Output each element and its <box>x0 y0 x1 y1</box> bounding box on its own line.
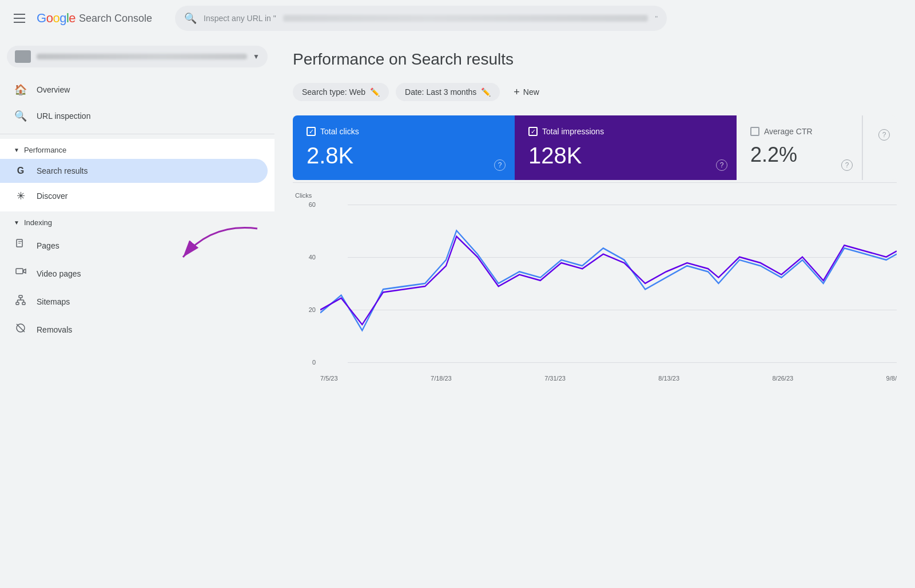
x-label-1: 7/18/23 <box>431 375 452 382</box>
sidebar-item-removals[interactable]: Removals <box>0 315 268 343</box>
clicks-line <box>320 230 897 330</box>
property-name-blur <box>37 54 247 59</box>
sidebar-item-label: URL inspection <box>37 111 90 121</box>
chart-container: 60 40 20 0 <box>293 201 897 384</box>
main-layout: ▼ 🏠 Overview 🔍 URL inspection ▼ Performa… <box>0 37 915 588</box>
svg-rect-3 <box>16 269 23 274</box>
sidebar-item-sitemaps[interactable]: Sitemaps <box>0 287 268 315</box>
metric-value-ctr: 2.2% <box>750 143 848 167</box>
x-label-2: 7/31/23 <box>544 375 566 382</box>
sidebar-item-label: Discover <box>37 191 67 201</box>
removals-icon <box>14 322 27 337</box>
metric-label-impressions: Total impressions <box>528 127 723 136</box>
metric-checkbox-ctr[interactable] <box>750 127 759 136</box>
metric-help-ctr[interactable]: ? <box>841 159 853 171</box>
filters-row: Search type: Web ✏️ Date: Last 3 months … <box>293 82 897 102</box>
metric-card-impressions[interactable]: Total impressions 128K ? <box>515 115 737 180</box>
chart-area: Clicks 60 40 20 <box>293 182 897 384</box>
sidebar-item-label: Pages <box>37 241 59 250</box>
app-header: Google Search Console 🔍 Inspect any URL … <box>0 0 915 37</box>
indexing-section-header[interactable]: ▼ Indexing <box>0 211 274 231</box>
metrics-row: Total clicks 2.8K ? Total impressions 12… <box>293 115 897 180</box>
sidebar: ▼ 🏠 Overview 🔍 URL inspection ▼ Performa… <box>0 37 274 588</box>
metric-help-clicks[interactable]: ? <box>494 159 506 171</box>
y-axis-20: 20 <box>293 306 316 313</box>
plus-icon: + <box>514 87 520 97</box>
metric-card-ctr[interactable]: Average CTR 2.2% ? <box>737 115 862 180</box>
metric-help-partial[interactable]: ? <box>878 129 890 141</box>
google-wordmark: Google <box>37 11 75 26</box>
property-favicon <box>15 50 31 63</box>
sidebar-item-label: Video pages <box>37 269 81 278</box>
chevron-down-icon: ▼ <box>14 219 19 226</box>
svg-rect-1 <box>18 241 22 242</box>
y-axis-40: 40 <box>293 254 316 261</box>
app-logo: Google Search Console <box>37 11 152 26</box>
impressions-line <box>320 237 897 325</box>
google-g-icon: G <box>14 166 27 176</box>
search-bar-placeholder: Inspect any URL in " <box>204 14 276 23</box>
chart-x-labels: 7/5/23 7/18/23 7/31/23 8/13/23 8/26/23 9… <box>320 373 897 384</box>
metric-label-clicks: Total clicks <box>307 127 501 136</box>
sidebar-item-search-results[interactable]: G Search results <box>0 159 268 183</box>
performance-section-label: Performance <box>24 146 66 154</box>
svg-rect-5 <box>19 295 22 298</box>
search-icon: 🔍 <box>14 110 27 122</box>
performance-section-header[interactable]: ▼ Performance <box>0 139 274 159</box>
menu-button[interactable] <box>9 7 32 30</box>
search-type-label: Search type: Web <box>302 87 365 97</box>
metric-label-ctr: Average CTR <box>750 127 848 136</box>
new-filter-button[interactable]: + New <box>507 82 546 102</box>
discover-icon: ✳ <box>14 190 27 202</box>
url-inspect-bar[interactable]: 🔍 Inspect any URL in " " <box>175 6 667 31</box>
app-name: Search Console <box>79 13 152 25</box>
video-pages-icon <box>14 266 27 281</box>
date-label: Date: Last 3 months <box>405 87 476 97</box>
y-axis-0: 0 <box>293 359 316 366</box>
new-button-label: New <box>523 87 539 97</box>
chevron-down-icon: ▼ <box>253 53 260 61</box>
chart-y-label: Clicks <box>295 192 897 199</box>
chart-svg-wrap <box>320 201 897 366</box>
sidebar-item-label: Overview <box>37 85 70 94</box>
metric-card-clicks[interactable]: Total clicks 2.8K ? <box>293 115 515 180</box>
search-icon: 🔍 <box>184 12 197 25</box>
metric-value-clicks: 2.8K <box>307 143 501 169</box>
svg-rect-6 <box>16 302 19 305</box>
sidebar-item-pages[interactable]: Pages <box>0 231 268 259</box>
page-title: Performance on Search results <box>293 50 897 69</box>
x-label-4: 8/26/23 <box>772 375 793 382</box>
date-filter[interactable]: Date: Last 3 months ✏️ <box>396 83 500 101</box>
x-label-3: 8/13/23 <box>658 375 679 382</box>
x-label-0: 7/5/23 <box>320 375 338 382</box>
sidebar-item-label: Search results <box>37 166 87 175</box>
pages-icon <box>14 238 27 253</box>
property-selector[interactable]: ▼ <box>7 46 268 67</box>
sidebar-divider <box>0 134 274 134</box>
svg-marker-4 <box>23 269 26 273</box>
sidebar-item-video-pages[interactable]: Video pages <box>0 259 268 287</box>
sidebar-item-overview[interactable]: 🏠 Overview <box>0 77 268 103</box>
chart-svg <box>320 201 897 366</box>
indexing-section-label: Indexing <box>24 218 52 227</box>
search-type-filter[interactable]: Search type: Web ✏️ <box>293 83 389 101</box>
performance-section: ▼ Performance G Search results ✳ Discove… <box>0 139 274 211</box>
y-axis-60: 60 <box>293 201 316 208</box>
quote-end: " <box>655 14 658 23</box>
metric-checkbox-impressions[interactable] <box>528 127 538 136</box>
svg-rect-2 <box>18 243 21 243</box>
x-label-5: 9/8/ <box>886 375 897 382</box>
sitemaps-icon <box>14 294 27 309</box>
metric-checkbox-clicks[interactable] <box>307 127 316 136</box>
url-blur <box>283 15 649 22</box>
sidebar-item-label: Sitemaps <box>37 297 70 306</box>
metric-help-impressions[interactable]: ? <box>716 159 727 171</box>
sidebar-item-discover[interactable]: ✳ Discover <box>0 183 268 209</box>
sidebar-item-url-inspection[interactable]: 🔍 URL inspection <box>0 103 268 129</box>
metric-card-partial: ? <box>862 115 897 180</box>
home-icon: 🏠 <box>14 83 27 96</box>
main-content: Performance on Search results Search typ… <box>274 37 915 588</box>
edit-icon: ✏️ <box>481 87 491 97</box>
edit-icon: ✏️ <box>370 87 380 97</box>
metric-value-impressions: 128K <box>528 143 723 169</box>
